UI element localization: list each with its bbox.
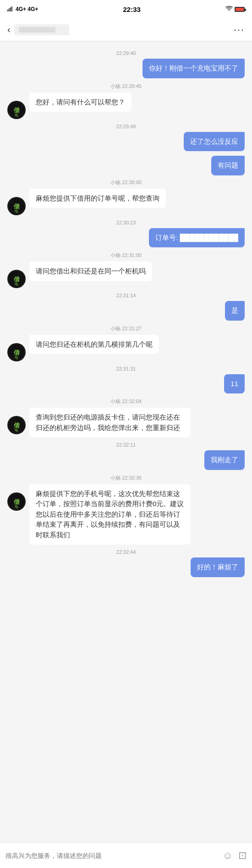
timestamp: 22:32:11	[7, 442, 245, 448]
bubble-left: 查询到您归还的电源插反卡住，请问您现在还在归还的机柜旁边吗，我给您弹出来，您重新…	[29, 408, 191, 437]
message-row: 好的！麻烦了	[7, 557, 245, 577]
message-row: 11	[7, 374, 245, 394]
bubble-left: 麻烦您提供下借用的订单号呢，帮您查询	[29, 189, 166, 208]
status-time: 22:33	[123, 5, 141, 13]
svg-rect-0	[7, 10, 8, 11]
bubble-right: 订单号: ████████████	[149, 228, 245, 248]
svg-text:借: 借	[13, 498, 20, 505]
timestamp: 小杨 22:32:04	[7, 398, 245, 405]
msg-content-left: 您好，请问有什么可以帮您？	[29, 93, 131, 112]
more-button[interactable]: ···	[234, 24, 245, 36]
svg-text:借: 借	[13, 349, 20, 356]
emoji-icon[interactable]: ☺	[223, 850, 233, 862]
bubble-left: 您好，请问有什么可以帮您？	[29, 93, 131, 112]
avatar: 借 电	[7, 101, 26, 119]
bubble-right: 11	[224, 374, 245, 394]
network-text: 4G+ 4G+	[16, 6, 38, 12]
bubble-right: 好的！麻烦了	[191, 557, 245, 577]
message-row: 订单号: ████████████	[7, 228, 245, 248]
message-row: 借 电 请问您归还在柜机的第几横排第几个呢	[7, 335, 245, 361]
msg-content-right: 你好！刚借一个充电宝用不了	[142, 59, 245, 78]
msg-content-right: 是	[225, 301, 245, 321]
message-row: 借 电 查询到您归还的电源插反卡住，请问您现在还在归还的机柜旁边吗，我给您弹出来…	[7, 408, 245, 437]
msg-content-left: 麻烦提供下您的手机号呢，这次优先帮您结束这个订单，按照订单当前显示的费用计费0元…	[29, 484, 191, 545]
msg-content-left: 麻烦您提供下借用的订单号呢，帮您查询	[29, 189, 166, 208]
bubble-right: 还了怎么没反应	[184, 132, 245, 152]
svg-rect-1	[9, 8, 10, 11]
nav-bar: ‹ ···	[0, 18, 252, 41]
bubble-right: 有问题	[211, 156, 245, 175]
bubble-left: 请问您借出和归还是在同一个柜机吗	[29, 262, 152, 281]
msg-content-right: 订单号: ████████████	[149, 228, 245, 248]
message-row: 借 电 您好，请问有什么可以帮您？	[7, 93, 245, 119]
svg-text:电: 电	[15, 209, 18, 213]
avatar: 借 电	[7, 343, 26, 361]
msg-content-right: 我刚走了	[204, 450, 245, 470]
back-button[interactable]: ‹	[7, 24, 11, 35]
chat-input[interactable]	[5, 852, 217, 859]
chat-area: 22:29:40 你好！刚借一个充电宝用不了 小杨 22:29:45 借 电 您…	[0, 41, 252, 842]
avatar: 借 电	[7, 270, 26, 288]
svg-text:电: 电	[15, 113, 18, 117]
message-row: 借 电 麻烦提供下您的手机号呢，这次优先帮您结束这个订单，按照订单当前显示的费用…	[7, 484, 245, 545]
timestamp: 小杨 22:32:36	[7, 475, 245, 481]
bubble-right: 我刚走了	[204, 450, 245, 470]
msg-content-right: 还了怎么没反应	[184, 132, 245, 152]
input-bar: ☺ ⊡	[0, 842, 252, 868]
svg-rect-2	[10, 7, 11, 11]
svg-text:电: 电	[15, 428, 18, 432]
timestamp: 小杨 22:30:00	[7, 179, 245, 186]
timestamp: 22:32:44	[7, 549, 245, 555]
msg-content-right: 好的！麻烦了	[191, 557, 245, 577]
message-row: 还了怎么没反应	[7, 132, 245, 152]
attachment-icon[interactable]: ⊡	[238, 850, 247, 862]
msg-content-left: 请问您归还在柜机的第几横排第几个呢	[29, 335, 159, 355]
timestamp: 22:31:14	[7, 293, 245, 298]
msg-content-left: 请问您借出和归还是在同一个柜机吗	[29, 262, 152, 281]
timestamp: 小杨 22:31:27	[7, 325, 245, 332]
timestamp: 小杨 22:29:45	[7, 83, 245, 90]
svg-text:借: 借	[13, 107, 20, 114]
svg-text:电: 电	[15, 282, 18, 286]
avatar: 借 电	[7, 416, 26, 434]
svg-text:借: 借	[13, 422, 20, 429]
message-row-right-only: 有问题	[7, 156, 245, 175]
message-row: 借 电 麻烦您提供下借用的订单号呢，帮您查询	[7, 189, 245, 215]
message-row: 你好！刚借一个充电宝用不了	[7, 59, 245, 78]
bubble-right: 你好！刚借一个充电宝用不了	[142, 59, 245, 78]
signal-icon	[7, 6, 14, 13]
svg-text:电: 电	[15, 355, 18, 360]
timestamp: 22:31:31	[7, 366, 245, 371]
nav-title	[14, 24, 69, 35]
wifi-icon	[225, 6, 233, 13]
msg-content-right: 11	[224, 374, 245, 394]
svg-text:借: 借	[13, 203, 20, 210]
message-row: 我刚走了	[7, 450, 245, 470]
bubble-right: 是	[225, 301, 245, 321]
battery-icon	[235, 7, 245, 12]
msg-content-left: 查询到您归还的电源插反卡住，请问您现在还在归还的机柜旁边吗，我给您弹出来，您重新…	[29, 408, 191, 437]
status-network: 4G+ 4G+	[7, 6, 38, 13]
status-right-icons	[225, 6, 245, 13]
status-bar: 4G+ 4G+ 22:33	[0, 0, 252, 18]
bubble-left: 麻烦提供下您的手机号呢，这次优先帮您结束这个订单，按照订单当前显示的费用计费0元…	[29, 484, 191, 545]
bubble-left: 请问您归还在柜机的第几横排第几个呢	[29, 335, 159, 355]
timestamp: 小杨 22:31:00	[7, 252, 245, 259]
svg-rect-3	[11, 6, 12, 11]
timestamp: 22:30:23	[7, 220, 245, 225]
avatar: 借 电	[7, 197, 26, 215]
timestamp: 22:29:40	[7, 50, 245, 56]
message-row: 是	[7, 301, 245, 321]
svg-text:电: 电	[15, 505, 18, 509]
timestamp: 22:29:49	[7, 124, 245, 129]
message-row: 借 电 请问您借出和归还是在同一个柜机吗	[7, 262, 245, 288]
svg-text:借: 借	[13, 276, 20, 283]
avatar: 借 电	[7, 492, 26, 511]
